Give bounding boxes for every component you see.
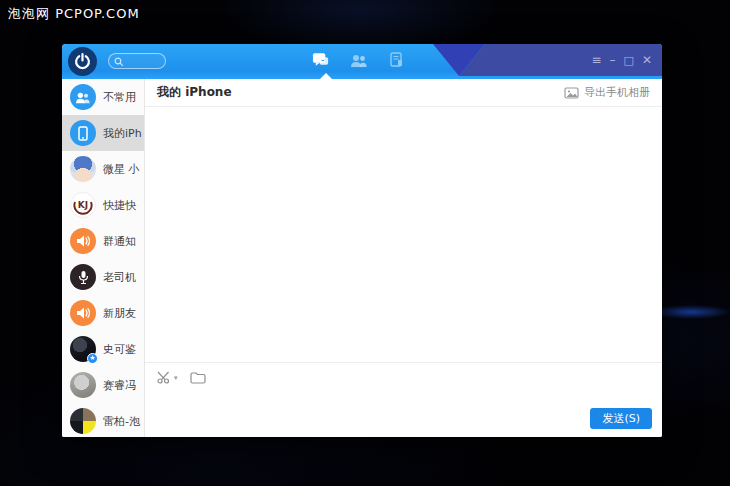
sidebar-item-label: 不常用: [103, 90, 136, 105]
sidebar-item-leibo[interactable]: 雷柏-泡: [62, 403, 144, 437]
sidebar-item-infrequent[interactable]: 不常用: [62, 79, 144, 115]
speaker-icon: [70, 228, 96, 254]
group-icon: [70, 84, 96, 110]
send-button[interactable]: 发送(S): [590, 408, 652, 429]
chat-title: 我的 iPhone: [157, 84, 232, 101]
conversation-sidebar: 不常用 我的iPh 微星 小 KJ: [62, 79, 145, 437]
quad-color-avatar: [70, 408, 96, 434]
input-area[interactable]: ▾ 发送(S): [145, 362, 662, 437]
sidebar-item-label: 微星 小: [103, 162, 140, 177]
cat-avatar: ★: [70, 336, 96, 362]
sidebar-item-weixing[interactable]: 微星 小: [62, 151, 144, 187]
search-icon: [114, 52, 124, 71]
tab-contacts[interactable]: [350, 52, 368, 68]
sidebar-item-label: 群通知: [103, 234, 136, 249]
sidebar-item-my-iphone[interactable]: 我的iPh: [62, 115, 144, 151]
chat-header: 我的 iPhone 导出手机相册: [145, 79, 662, 107]
export-album-label: 导出手机相册: [584, 85, 650, 100]
dog-avatar: [70, 372, 96, 398]
msi-mascot-avatar: [70, 156, 96, 182]
sidebar-item-label: 我的iPh: [103, 126, 142, 141]
sidebar-item-label: 赛睿冯: [103, 378, 136, 393]
watermark: 泡泡网 PCPOP.COM: [8, 5, 140, 23]
window-controls: ≡ – □ ✕: [591, 44, 652, 76]
screenshot-button[interactable]: ▾: [157, 371, 178, 384]
minimize-icon[interactable]: –: [610, 54, 616, 66]
close-icon[interactable]: ✕: [642, 54, 652, 66]
search-input[interactable]: [108, 53, 166, 69]
menu-icon[interactable]: ≡: [591, 54, 601, 66]
files-icon: [389, 52, 405, 68]
speaker-icon: [70, 300, 96, 326]
tab-files[interactable]: [388, 52, 406, 68]
input-toolbar: ▾: [145, 363, 662, 384]
contacts-icon: [350, 53, 368, 68]
sidebar-item-laosiji[interactable]: 老司机: [62, 259, 144, 295]
sidebar-item-label: 快捷快: [103, 198, 136, 213]
send-file-button[interactable]: [190, 371, 206, 384]
app-logo-power-icon: [68, 47, 97, 76]
sidebar-item-qun-tongzhi[interactable]: 群通知: [62, 223, 144, 259]
chat-icon: [312, 52, 330, 68]
kj-logo-avatar: KJ: [70, 192, 96, 218]
svg-text:KJ: KJ: [78, 200, 88, 210]
folder-icon: [190, 371, 206, 384]
export-album-button[interactable]: 导出手机相册: [564, 85, 650, 100]
mic-icon: [70, 264, 96, 290]
sidebar-item-label: 老司机: [103, 270, 136, 285]
titlebar-tabs: [312, 44, 406, 76]
active-tab-indicator: [320, 73, 332, 79]
sidebar-item-label: 史可鉴: [103, 342, 136, 357]
star-badge-icon: ★: [87, 353, 98, 364]
tab-messages[interactable]: [312, 52, 330, 68]
app-window: ≡ – □ ✕ 不常用: [62, 44, 662, 437]
sidebar-item-label: 新朋友: [103, 306, 136, 321]
chevron-down-icon: ▾: [174, 374, 178, 382]
photo-icon: [564, 87, 579, 99]
titlebar: ≡ – □ ✕: [62, 44, 662, 79]
sidebar-item-kuaijie[interactable]: KJ 快捷快: [62, 187, 144, 223]
scissors-icon: [157, 371, 172, 384]
sidebar-item-label: 雷柏-泡: [103, 414, 140, 429]
sidebar-item-sairuifeng[interactable]: 赛睿冯: [62, 367, 144, 403]
main-panel: 我的 iPhone 导出手机相册: [145, 79, 662, 437]
phone-icon: [70, 120, 96, 146]
maximize-icon[interactable]: □: [624, 55, 634, 66]
sidebar-item-xinpengyou[interactable]: 新朋友: [62, 295, 144, 331]
message-area[interactable]: [145, 107, 662, 362]
sidebar-item-shikejian[interactable]: ★ 史可鉴: [62, 331, 144, 367]
